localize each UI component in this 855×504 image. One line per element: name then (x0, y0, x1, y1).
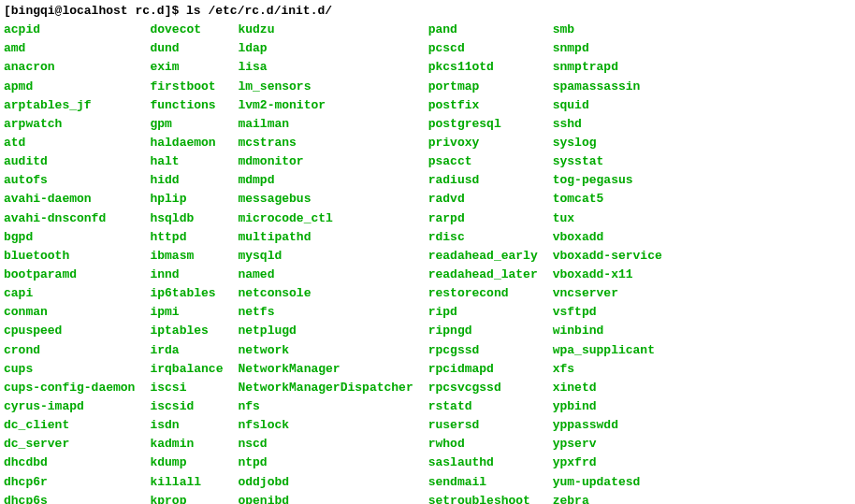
file-entry: kdump (150, 454, 223, 472)
file-entry: dc_server (4, 435, 135, 454)
file-entry: ypxfrd (553, 454, 662, 472)
file-entry: hidd (150, 171, 223, 190)
file-entry: rpcidmapd (428, 360, 538, 379)
file-entry: iscsid (150, 397, 223, 416)
file-entry: acpid (4, 21, 135, 39)
file-entry: conman (4, 303, 135, 322)
file-entry: lisa (238, 58, 413, 77)
file-entry: innd (150, 266, 223, 284)
file-entry: auditd (4, 152, 135, 171)
terminal-prompt-line: [bingqi@localhost rc.d]$ ls /etc/rc.d/in… (4, 2, 851, 21)
file-entry: cpuspeed (4, 322, 135, 340)
file-entry: ripd (428, 303, 538, 322)
file-entry: nfslock (238, 416, 413, 435)
file-entry: tomcat5 (553, 190, 662, 209)
file-entry: readahead_later (428, 266, 538, 284)
file-entry: pkcs11otd (428, 58, 538, 77)
file-entry: crond (4, 341, 135, 360)
file-entry: NetworkManager (238, 360, 413, 379)
file-entry: mcstrans (238, 134, 413, 152)
file-entry: dc_client (4, 416, 135, 435)
file-entry: arptables_jf (4, 96, 135, 115)
file-entry: kprop (150, 492, 223, 504)
file-entry: irda (150, 341, 223, 360)
file-entry: ntpd (238, 454, 413, 472)
file-entry: vboxadd-service (553, 247, 662, 266)
file-entry: postgresql (428, 115, 538, 134)
file-entry: openibd (238, 492, 413, 504)
file-entry: ipmi (150, 303, 223, 322)
file-entry: ypserv (553, 435, 662, 454)
file-entry: ypbind (553, 397, 662, 416)
file-entry: httpd (150, 228, 223, 247)
file-entry: ldap (238, 39, 413, 58)
file-entry: squid (553, 96, 662, 115)
file-entry: nfs (238, 397, 413, 416)
file-entry: vboxadd (553, 228, 662, 247)
file-entry: zebra (553, 492, 662, 504)
file-entry: mdmpd (238, 171, 413, 190)
file-entry: hplip (150, 190, 223, 209)
file-entry: mdmonitor (238, 152, 413, 171)
file-entry: nscd (238, 435, 413, 454)
column-1: dovecotdundeximfirstbootfunctionsgpmhald… (150, 21, 223, 504)
file-entry: snmptrapd (553, 58, 662, 77)
file-entry: isdn (150, 416, 223, 435)
file-entry: privoxy (428, 134, 538, 152)
file-entry: rpcsvcgssd (428, 379, 538, 397)
file-entry: xinetd (553, 379, 662, 397)
file-entry: radvd (428, 190, 538, 209)
file-entry: yppasswdd (553, 416, 662, 435)
file-entry: rarpd (428, 209, 538, 228)
file-entry: gpm (150, 115, 223, 134)
file-entry: dovecot (150, 21, 223, 39)
file-entry: amd (4, 39, 135, 58)
file-entry: firstboot (150, 78, 223, 96)
file-entry: microcode_ctl (238, 209, 413, 228)
file-entry: vncserver (553, 284, 662, 303)
file-entry: avahi-daemon (4, 190, 135, 209)
file-entry: readahead_early (428, 247, 538, 266)
file-entry: tog-pegasus (553, 171, 662, 190)
file-entry: haldaemon (150, 134, 223, 152)
file-entry: restorecond (428, 284, 538, 303)
file-entry: halt (150, 152, 223, 171)
file-entry: sendmail (428, 473, 538, 492)
file-entry: dhcdbd (4, 454, 135, 472)
file-entry: netfs (238, 303, 413, 322)
file-entry: anacron (4, 58, 135, 77)
file-entry: netconsole (238, 284, 413, 303)
file-entry: bgpd (4, 228, 135, 247)
file-entry: ripngd (428, 322, 538, 340)
file-entry: rwhod (428, 435, 538, 454)
file-entry: dhcp6r (4, 473, 135, 492)
column-4: smbsnmpdsnmptrapdspamassassinsquidsshdsy… (553, 21, 662, 504)
file-entry: iscsi (150, 379, 223, 397)
file-entry: smb (553, 21, 662, 39)
file-entry: netplugd (238, 322, 413, 340)
file-entry: snmpd (553, 39, 662, 58)
file-entry: arpwatch (4, 115, 135, 134)
file-entry: bluetooth (4, 247, 135, 266)
file-entry: apmd (4, 78, 135, 96)
file-entry: rstatd (428, 397, 538, 416)
file-entry: xfs (553, 360, 662, 379)
file-entry: yum-updatesd (553, 473, 662, 492)
file-entry: radiusd (428, 171, 538, 190)
file-entry: functions (150, 96, 223, 115)
file-entry: sysstat (553, 152, 662, 171)
file-entry: ip6tables (150, 284, 223, 303)
file-entry: cups (4, 360, 135, 379)
file-entry: portmap (428, 78, 538, 96)
file-entry: atd (4, 134, 135, 152)
file-entry: sshd (553, 115, 662, 134)
file-entry: avahi-dnsconfd (4, 209, 135, 228)
file-entry: psacct (428, 152, 538, 171)
file-entry: cyrus-imapd (4, 397, 135, 416)
file-entry: lvm2-monitor (238, 96, 413, 115)
column-0: acpidamdanacronapmdarptables_jfarpwatcha… (4, 21, 135, 504)
file-entry: vboxadd-x11 (553, 266, 662, 284)
file-entry: kudzu (238, 21, 413, 39)
file-entry: winbind (553, 322, 662, 340)
file-entry: mysqld (238, 247, 413, 266)
